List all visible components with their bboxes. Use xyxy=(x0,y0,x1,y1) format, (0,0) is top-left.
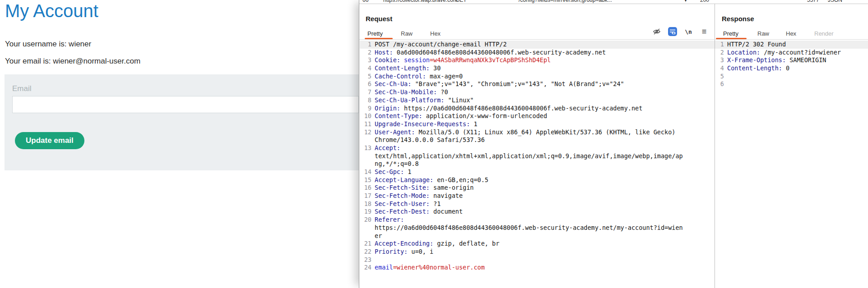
response-line: 6 xyxy=(715,80,868,88)
line-number: 8 xyxy=(360,96,371,105)
line-number: 21 xyxy=(360,240,371,248)
line-number xyxy=(360,224,371,232)
response-line: 4Content-Length: 0 xyxy=(715,64,868,73)
line-number: 24 xyxy=(360,264,371,272)
line-number xyxy=(360,152,371,160)
response-tab-raw[interactable]: Raw xyxy=(757,30,769,37)
response-line: 5 xyxy=(715,73,868,81)
request-line: 10Content-Type: application/x-www-form-u… xyxy=(360,112,715,120)
request-line: 2Host: 0a6d00d6048f486e808d44360048006f.… xyxy=(360,49,715,57)
request-line: 16Sec-Fetch-Site: same-origin xyxy=(360,184,715,192)
line-number: 19 xyxy=(360,208,371,216)
request-line: 19Sec-Fetch-Dest: document xyxy=(360,208,715,216)
screenshot-root: My Account Your username is: wiener Your… xyxy=(0,0,868,288)
menu-icon[interactable]: ≡ xyxy=(700,27,709,36)
line-number: 1 xyxy=(715,41,724,49)
email-line: Your email is: wiener@normal-user.com xyxy=(5,57,140,66)
line-number: 2 xyxy=(360,49,371,57)
line-number: 10 xyxy=(360,112,371,120)
request-line: 5Cache-Control: max-age=0 xyxy=(360,73,715,81)
username-line: Your username is: wiener xyxy=(5,40,91,49)
response-editor[interactable]: 1HTTP/2 302 Found2Location: /my-account?… xyxy=(715,40,868,288)
line-number: 14 xyxy=(360,168,371,176)
request-line: 13Accept: xyxy=(360,144,715,152)
history-cell-path: /config?fields=minVersion;group=abk... xyxy=(519,0,612,3)
request-tab-pretty[interactable]: Pretty xyxy=(367,30,383,37)
response-tab-pretty[interactable]: Pretty xyxy=(723,30,738,37)
response-line: 1HTTP/2 302 Found xyxy=(715,41,868,49)
line-number: 7 xyxy=(360,88,371,96)
update-email-button[interactable]: Update email xyxy=(15,132,84,149)
eye-off-icon[interactable] xyxy=(652,27,661,36)
request-line: 17Sec-Fetch-Mode: navigate xyxy=(360,192,715,200)
request-line: 20Referer: xyxy=(360,216,715,224)
http-history-row[interactable]: 66https://collector.wap.brave.comGET/con… xyxy=(359,0,868,4)
page-title: My Account xyxy=(5,1,98,21)
request-line: er xyxy=(360,232,715,240)
email-form: Email Update email xyxy=(5,74,359,170)
newline-icon[interactable]: \n xyxy=(684,27,693,36)
burp-window: 66https://collector.wap.brave.comGET/con… xyxy=(359,0,868,288)
line-number: 5 xyxy=(715,73,724,81)
response-line: 2Location: /my-account?id=wiener xyxy=(715,49,868,57)
request-line: 23 xyxy=(360,256,715,264)
line-number: 5 xyxy=(360,73,371,81)
history-cell-mime: JSON xyxy=(828,0,842,3)
history-cell-host: https://collector.wap.brave.com xyxy=(383,0,458,3)
line-number: 3 xyxy=(715,56,724,64)
response-line: 3X-Frame-Options: SAMEORIGIN xyxy=(715,56,868,64)
history-cell-status: 200 xyxy=(700,0,709,3)
request-line: 11Upgrade-Insecure-Requests: 1 xyxy=(360,120,715,128)
history-cell-method: GET xyxy=(455,0,467,3)
response-tab-hex[interactable]: Hex xyxy=(786,30,796,37)
request-tab-raw[interactable]: Raw xyxy=(401,30,413,37)
request-line: 24email=wiener%40normal-user.com xyxy=(360,264,715,272)
response-panel-title: Response xyxy=(722,15,754,23)
line-number: 15 xyxy=(360,176,371,184)
request-line: 12User-Agent: Mozilla/5.0 (X11; Linux x8… xyxy=(360,128,715,137)
request-editor[interactable]: 1POST /my-account/change-email HTTP/22Ho… xyxy=(360,40,715,288)
request-line: 9Origin: https://0a6d00d6048f486e808d443… xyxy=(360,105,715,113)
line-number xyxy=(360,160,371,168)
history-cell-id: 66 xyxy=(362,0,368,3)
line-number: 18 xyxy=(360,200,371,208)
line-number: 16 xyxy=(360,184,371,192)
request-line: https://0a6d00d6048f486e808d44360048006f… xyxy=(360,224,715,232)
line-number: 22 xyxy=(360,248,371,256)
request-line: 4Content-Length: 30 xyxy=(360,64,715,73)
request-line: 7Sec-Ch-Ua-Mobile: ?0 xyxy=(360,88,715,96)
request-line: ng,*/*;q=0.8 xyxy=(360,160,715,168)
request-panel-title: Request xyxy=(366,15,392,23)
request-line: 14Sec-Gpc: 1 xyxy=(360,168,715,176)
line-number: 23 xyxy=(360,256,371,264)
request-line: 3Cookie: session=w4ASbaRRwnqaNXk3vTcApBP… xyxy=(360,56,715,64)
line-number: 2 xyxy=(715,49,724,57)
line-number: 20 xyxy=(360,216,371,224)
line-number: 9 xyxy=(360,105,371,113)
request-line: 21Accept-Encoding: gzip, deflate, br xyxy=(360,240,715,248)
line-number: 1 xyxy=(360,41,371,49)
request-line: 15Accept-Language: en-GB,en;q=0.5 xyxy=(360,176,715,184)
response-tab-render[interactable]: Render xyxy=(814,30,834,37)
history-cell-length: 5577 xyxy=(807,0,819,3)
response-active-tab-underline xyxy=(716,38,747,39)
request-tab-hex[interactable]: Hex xyxy=(430,30,441,37)
line-number: 17 xyxy=(360,192,371,200)
line-number: 12 xyxy=(360,128,371,137)
request-line: 8Sec-Ch-Ua-Platform: "Linux" xyxy=(360,96,715,105)
line-number: 4 xyxy=(360,64,371,73)
line-number: 6 xyxy=(360,80,371,88)
line-number: 4 xyxy=(715,64,724,73)
email-label: Email xyxy=(12,84,32,93)
request-line: 22Priority: u=0, i xyxy=(360,248,715,256)
request-line: 1POST /my-account/change-email HTTP/2 xyxy=(360,41,715,49)
line-number: 3 xyxy=(360,56,371,64)
line-number: 6 xyxy=(715,80,724,88)
line-number: 13 xyxy=(360,144,371,152)
request-line: 6Sec-Ch-Ua: "Brave";v="143", "Chromium";… xyxy=(360,80,715,88)
history-cell-expander: ▾ xyxy=(684,0,687,3)
request-line: Chrome/143.0.0.0 Safari/537.36 xyxy=(360,136,715,144)
word-wrap-icon[interactable] xyxy=(668,27,677,36)
email-input[interactable] xyxy=(12,96,359,113)
request-line: 18Sec-Fetch-User: ?1 xyxy=(360,200,715,208)
